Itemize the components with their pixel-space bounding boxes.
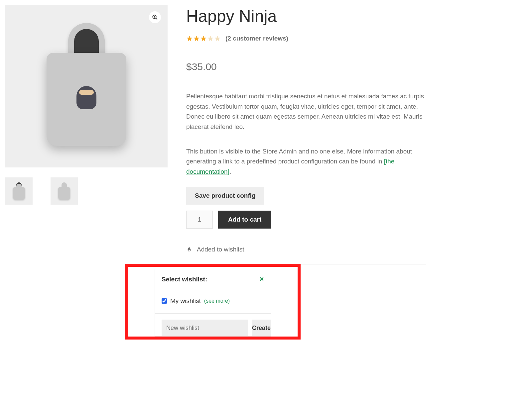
rating-row: (2 customer reviews) [186,34,426,44]
quantity-input[interactable] [186,211,213,229]
product-page: Happy Ninja (2 customer reviews) $35.00 … [5,5,426,340]
save-product-config-button[interactable]: Save product config [186,187,264,205]
svg-marker-8 [215,36,220,42]
admin-note-tail: . [229,168,231,175]
reviews-link[interactable]: (2 customer reviews) [225,34,288,44]
cart-row: Add to cart [186,211,426,229]
main-image[interactable] [5,5,168,167]
add-to-cart-button[interactable]: Add to cart [218,211,271,229]
star-icon [193,35,200,42]
star-icon [214,35,221,42]
wishlist-checkbox[interactable] [162,298,167,304]
product-price: $35.00 [186,59,426,75]
panel-footer: Create [155,313,271,336]
zoom-icon[interactable] [149,11,161,23]
create-wishlist-button[interactable]: Create [252,320,271,336]
panel-title: Select wishlist: [162,274,207,284]
product-image-hoodie [40,20,133,152]
thumbnail-back[interactable] [51,177,78,205]
svg-line-1 [156,18,157,20]
star-icon [186,35,193,42]
svg-marker-6 [201,36,206,42]
select-wishlist-highlight: Select wishlist: ✕ My wishlist (see more… [125,264,301,340]
panel-body: My wishlist (see more) [155,290,271,313]
wishlist-status-row[interactable]: Added to wishlist [186,245,426,254]
flame-icon [186,246,192,253]
thumbnail-row [5,177,168,205]
product-info: Happy Ninja (2 customer reviews) $35.00 … [186,5,426,340]
star-icon [200,35,207,42]
star-rating [186,35,221,42]
new-wishlist-input[interactable] [162,320,248,336]
see-more-link[interactable]: (see more) [204,297,230,305]
product-title: Happy Ninja [186,7,426,26]
thumbnail-front[interactable] [5,177,33,205]
svg-marker-4 [187,36,193,42]
svg-marker-7 [208,36,213,42]
product-description: Pellentesque habitant morbi tristique se… [186,91,426,132]
wishlist-name: My wishlist [170,296,201,306]
wishlist-status-text: Added to wishlist [197,245,244,254]
star-icon [207,35,214,42]
svg-marker-5 [194,36,200,42]
admin-note: This button is visible to the Store Admi… [186,147,426,177]
admin-note-text: This button is visible to the Store Admi… [186,148,412,165]
close-icon[interactable]: ✕ [259,275,264,284]
panel-header: Select wishlist: ✕ [155,269,271,290]
select-wishlist-panel: Select wishlist: ✕ My wishlist (see more… [155,269,271,337]
